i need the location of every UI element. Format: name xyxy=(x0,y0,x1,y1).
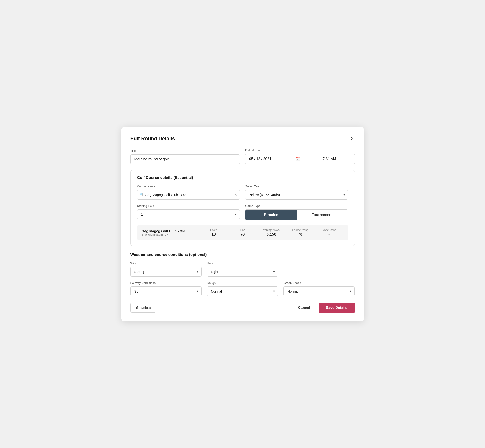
course-rating-value: 70 xyxy=(298,232,302,237)
wind-label: Wind xyxy=(130,262,202,265)
clear-icon[interactable]: ✕ xyxy=(234,193,237,196)
modal-footer: 🗑 Delete Cancel Save Details xyxy=(130,303,355,313)
time-value: 7:31 AM xyxy=(323,157,336,161)
starting-hole-group: Starting Hole 1 ▾ xyxy=(137,204,240,220)
par-label: Par xyxy=(228,229,257,232)
course-stat-holes: Holes 18 xyxy=(199,229,228,237)
wind-rain-row: Wind Strong ▾ Rain Light ▾ xyxy=(130,262,355,277)
datetime-field-group: Date & Time 05 / 12 / 2021 📅 7:31 AM xyxy=(245,148,355,164)
tournament-button[interactable]: Tournament xyxy=(297,210,348,220)
title-field-group: Title xyxy=(130,149,240,164)
rough-group: Rough Normal ▾ xyxy=(207,281,278,296)
datetime-row: 05 / 12 / 2021 📅 7:31 AM xyxy=(245,154,355,164)
edit-round-modal: Edit Round Details × Title Date & Time 0… xyxy=(121,127,364,321)
course-name-label: Course Name xyxy=(137,185,240,188)
datetime-label: Date & Time xyxy=(245,148,355,152)
green-speed-group: Green Speed Normal ▾ xyxy=(283,281,355,296)
golf-course-section: Golf Course details (Essential) Course N… xyxy=(130,170,355,246)
hole-gametype-row: Starting Hole 1 ▾ Game Type Practice Tou… xyxy=(137,204,348,220)
course-stat-par: Par 70 xyxy=(228,229,257,237)
starting-hole-label: Starting Hole xyxy=(137,204,240,208)
footer-right: Cancel Save Details xyxy=(294,303,355,313)
spacer xyxy=(283,262,355,277)
fairway-group: Fairway Conditions Soft ▾ xyxy=(130,281,202,296)
course-name-group: Course Name 🔍 ✕ xyxy=(137,185,240,200)
green-speed-dropdown[interactable]: Normal xyxy=(283,286,355,296)
course-rating-label: Course rating xyxy=(286,229,315,232)
yards-label: Yards(Yellow) xyxy=(257,229,286,232)
starting-hole-wrap: 1 ▾ xyxy=(137,209,240,219)
select-tee-group: Select Tee Yellow (6,156 yards) ▾ xyxy=(245,185,348,200)
modal-header: Edit Round Details × xyxy=(130,135,355,142)
trash-icon: 🗑 xyxy=(136,306,139,310)
fairway-dropdown[interactable]: Soft xyxy=(130,286,202,296)
rain-group: Rain Light ▾ xyxy=(207,262,278,277)
course-info-row: Gog Magog Golf Club - Old, Shelford Bott… xyxy=(137,225,348,240)
modal-title: Edit Round Details xyxy=(130,136,175,142)
practice-button[interactable]: Practice xyxy=(245,210,297,220)
delete-button[interactable]: 🗑 Delete xyxy=(130,303,156,312)
top-row: Title Date & Time 05 / 12 / 2021 📅 7:31 … xyxy=(130,148,355,164)
par-value: 70 xyxy=(241,232,245,237)
cancel-button[interactable]: Cancel xyxy=(294,303,314,312)
time-input[interactable]: 7:31 AM xyxy=(304,154,355,164)
course-tee-row: Course Name 🔍 ✕ Select Tee Yellow (6,156… xyxy=(137,185,348,200)
slope-rating-value: - xyxy=(328,232,330,237)
rain-label: Rain xyxy=(207,262,278,265)
game-type-toggle: Practice Tournament xyxy=(245,209,348,220)
search-icon: 🔍 xyxy=(140,192,144,197)
starting-hole-dropdown[interactable]: 1 xyxy=(137,209,240,219)
golf-course-title: Golf Course details (Essential) xyxy=(137,176,348,180)
fairway-rough-green-row: Fairway Conditions Soft ▾ Rough Normal ▾ xyxy=(130,281,355,296)
rain-dropdown[interactable]: Light xyxy=(207,267,278,277)
course-name-input-wrap: 🔍 ✕ xyxy=(137,190,240,200)
holes-label: Holes xyxy=(199,229,228,232)
delete-label: Delete xyxy=(141,306,151,310)
select-tee-wrap: Yellow (6,156 yards) ▾ xyxy=(245,190,348,200)
date-value: 05 / 12 / 2021 xyxy=(249,157,271,161)
save-button[interactable]: Save Details xyxy=(319,303,355,313)
course-name-input[interactable] xyxy=(137,190,240,200)
green-speed-wrap: Normal ▾ xyxy=(283,286,355,296)
course-stat-slope: Slope rating - xyxy=(315,229,344,237)
rain-wrap: Light ▾ xyxy=(207,267,278,277)
rough-wrap: Normal ▾ xyxy=(207,286,278,296)
course-stat-yards: Yards(Yellow) 6,156 xyxy=(257,229,286,237)
course-location: Shelford Bottom, UK xyxy=(142,233,199,236)
yards-value: 6,156 xyxy=(267,232,276,237)
course-info-name: Gog Magog Golf Club - Old, Shelford Bott… xyxy=(142,229,199,236)
wind-group: Wind Strong ▾ xyxy=(130,262,202,277)
select-tee-dropdown[interactable]: Yellow (6,156 yards) xyxy=(245,190,348,200)
game-type-group: Game Type Practice Tournament xyxy=(245,204,348,220)
title-label: Title xyxy=(130,149,240,152)
wind-wrap: Strong ▾ xyxy=(130,267,202,277)
calendar-icon: 📅 xyxy=(296,157,300,161)
close-button[interactable]: × xyxy=(350,135,355,142)
select-tee-label: Select Tee xyxy=(245,185,348,188)
rough-label: Rough xyxy=(207,281,278,285)
fairway-label: Fairway Conditions xyxy=(130,281,202,285)
date-input[interactable]: 05 / 12 / 2021 📅 xyxy=(245,154,304,164)
game-type-label: Game Type xyxy=(245,204,348,208)
course-stat-rating: Course rating 70 xyxy=(286,229,315,237)
slope-rating-label: Slope rating xyxy=(315,229,344,232)
holes-value: 18 xyxy=(211,232,216,237)
wind-dropdown[interactable]: Strong xyxy=(130,267,202,277)
rough-dropdown[interactable]: Normal xyxy=(207,286,278,296)
course-name-display: Gog Magog Golf Club - Old, xyxy=(142,229,199,233)
title-input[interactable] xyxy=(130,154,240,164)
weather-title: Weather and course conditions (optional) xyxy=(130,252,355,257)
fairway-wrap: Soft ▾ xyxy=(130,286,202,296)
green-speed-label: Green Speed xyxy=(283,281,355,285)
weather-section: Weather and course conditions (optional)… xyxy=(130,252,355,296)
